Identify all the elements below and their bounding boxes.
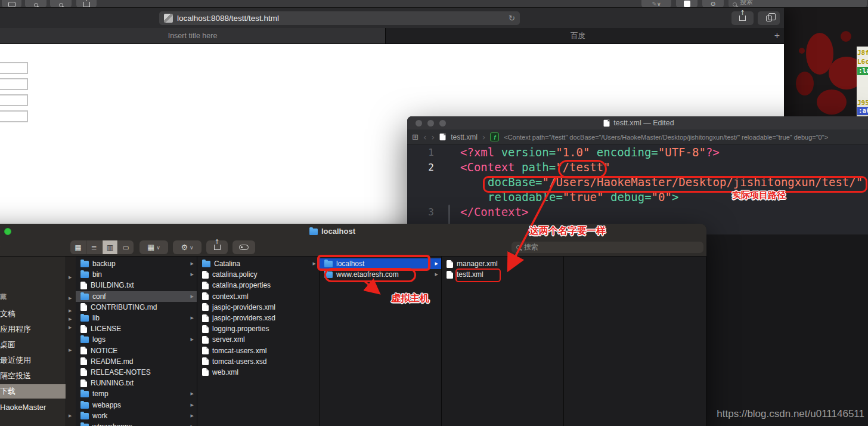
compose-button[interactable]: ✎∨ xyxy=(641,0,671,8)
sidebar-item-3[interactable]: 桌面 xyxy=(0,338,66,352)
close-button[interactable] xyxy=(416,120,422,126)
code-token: "1.0" xyxy=(556,146,590,159)
file-row-context.xml[interactable]: context.xml xyxy=(197,291,319,302)
globe-button[interactable]: ⊙ xyxy=(702,0,724,8)
disclosure-arrow-icon: ▶ xyxy=(69,296,72,301)
folder-row-backup[interactable]: backup▶ xyxy=(76,258,197,269)
file-row-catalina.properties[interactable]: catalina.properties xyxy=(197,280,319,291)
zoom-out-button[interactable] xyxy=(25,0,46,8)
file-row-RELEASE-NOTES[interactable]: RELEASE-NOTES xyxy=(76,367,197,378)
background-code-text: L6c xyxy=(857,58,868,66)
tab-overview-button[interactable] xyxy=(758,11,780,25)
item-name: README.md xyxy=(91,357,133,366)
page-text-input-2[interactable] xyxy=(0,78,28,90)
file-row-RUNNING.txt[interactable]: RUNNING.txt xyxy=(76,378,197,388)
maximize-button[interactable] xyxy=(439,120,446,126)
column-scroll-strip: ▶▶▶▶▶▶▶ xyxy=(66,257,76,426)
file-icon xyxy=(440,134,446,141)
file-row-web.xml[interactable]: web.xml xyxy=(197,367,319,378)
code-line[interactable]: 2<Context path="/testt" xyxy=(407,160,868,175)
item-name: conf xyxy=(92,292,106,301)
breadcrumb-context[interactable]: <Context path="/testt" docBase="/Users/H… xyxy=(504,134,866,141)
code-token: version xyxy=(501,146,549,159)
code-line[interactable]: 1<?xml version="1.0" encoding="UTF-8"?> xyxy=(407,145,868,160)
background-code-window: J8fL6c:laJ95:a6 xyxy=(857,47,868,116)
folder-row-Catalina[interactable]: Catalina▶ xyxy=(197,258,319,269)
breadcrumb-filename[interactable]: testt.xml xyxy=(451,133,478,141)
sidebar-item-6[interactable]: 下载 xyxy=(0,384,66,399)
folder-row-conf[interactable]: conf▶ xyxy=(76,291,197,302)
export-button[interactable] xyxy=(76,0,97,8)
address-bar[interactable]: localhost:8088/testt/test.html ↻ xyxy=(159,11,520,25)
share-icon xyxy=(739,16,746,21)
toolbar-search-input[interactable]: 搜索 xyxy=(728,0,867,8)
tab-group-button[interactable] xyxy=(676,0,698,8)
page-text-input-4[interactable] xyxy=(0,110,28,122)
share-button[interactable] xyxy=(731,11,754,25)
file-row-catalina.policy[interactable]: catalina.policy xyxy=(197,269,319,280)
page-text-input-3[interactable] xyxy=(0,94,28,106)
grid-icon[interactable]: ⊞ xyxy=(412,132,418,141)
file-row-jaspic-providers.xml[interactable]: jaspic-providers.xml xyxy=(197,302,319,313)
watermark-url: https://blog.csdn.net/u011146511 xyxy=(717,408,864,420)
file-row-tomcat-users.xsd[interactable]: tomcat-users.xsd xyxy=(197,356,319,367)
forward-icon[interactable]: › xyxy=(432,132,435,142)
share-icon xyxy=(214,245,221,250)
file-row-manager.xml[interactable]: manager.xml xyxy=(442,258,563,269)
sidebar-toggle-button[interactable] xyxy=(2,0,21,8)
file-icon xyxy=(202,357,209,365)
item-name: NOTICE xyxy=(91,347,117,355)
list-view-button[interactable]: ≡ xyxy=(86,240,103,254)
folder-row-lib[interactable]: lib▶ xyxy=(76,313,197,323)
share-button[interactable] xyxy=(206,240,228,254)
back-icon[interactable]: ‹ xyxy=(423,132,427,142)
folder-row-work[interactable]: work▶ xyxy=(76,410,197,421)
new-tab-button[interactable]: + xyxy=(770,28,784,44)
reload-icon[interactable]: ↻ xyxy=(509,14,515,23)
group-by-button[interactable]: ▦∨ xyxy=(140,240,168,254)
chevron-down-icon: ∨ xyxy=(657,1,661,7)
file-row-tomcat-users.xml[interactable]: tomcat-users.xml xyxy=(197,345,319,356)
folder-row-temp[interactable]: temp▶ xyxy=(76,388,197,399)
item-name: BUILDING.txt xyxy=(91,281,134,289)
file-icon xyxy=(202,303,209,311)
sidebar-item-1[interactable]: 文稿 xyxy=(0,307,66,321)
wallpaper-blob xyxy=(841,31,851,42)
code-line[interactable]: 3</Context> xyxy=(407,205,868,220)
item-name: RUNNING.txt xyxy=(91,379,134,387)
file-row-LICENSE[interactable]: LICENSE xyxy=(76,323,197,334)
maximize-button[interactable] xyxy=(4,228,11,235)
action-menu-button[interactable]: ⚙∨ xyxy=(173,240,202,254)
sidebar-item-4[interactable]: 最近使用 xyxy=(0,353,66,368)
item-name: logs xyxy=(92,335,106,344)
tags-button[interactable] xyxy=(232,240,255,254)
page-text-input-1[interactable] xyxy=(0,62,28,74)
sidebar-item-5[interactable]: 隔空投送 xyxy=(0,369,66,383)
icon-view-button[interactable]: ▦ xyxy=(70,240,86,254)
zoom-in-button[interactable] xyxy=(50,0,72,8)
finder-search-input[interactable]: 搜索 xyxy=(512,242,703,253)
file-icon xyxy=(447,260,453,268)
gallery-view-button[interactable]: ▭ xyxy=(118,240,134,254)
folder-row-logs[interactable]: logs▶ xyxy=(76,334,197,345)
disclosure-arrow-icon: ▶ xyxy=(191,403,194,408)
tab-insert-title-here[interactable]: Insert title here xyxy=(0,28,385,44)
folder-row-wtpwebapps[interactable]: wtpwebapps▶ xyxy=(76,421,197,426)
file-row-NOTICE[interactable]: NOTICE xyxy=(76,345,197,356)
minimize-button[interactable] xyxy=(427,120,434,126)
column-view-button[interactable]: ▥ xyxy=(103,240,119,254)
sidebar-item-7[interactable]: HaokeMaster xyxy=(0,400,66,415)
folder-row-bin[interactable]: bin▶ xyxy=(76,269,197,280)
file-row-logging.properties[interactable]: logging.properties xyxy=(197,323,319,334)
file-row-jaspic-providers.xsd[interactable]: jaspic-providers.xsd xyxy=(197,313,319,323)
file-icon xyxy=(202,325,209,333)
folder-row-webapps[interactable]: webapps▶ xyxy=(76,399,197,410)
code-token: encoding xyxy=(597,146,652,159)
file-row-CONTRIBUTING.md[interactable]: CONTRIBUTING.md xyxy=(76,302,197,313)
file-row-server.xml[interactable]: server.xml xyxy=(197,334,319,345)
disclosure-arrow-icon: ▶ xyxy=(69,308,72,313)
sidebar-item-2[interactable]: 应用程序 xyxy=(0,322,66,337)
tab-baidu[interactable]: 百度 xyxy=(386,28,770,44)
file-row-README.md[interactable]: README.md xyxy=(76,356,197,367)
file-row-BUILDING.txt[interactable]: BUILDING.txt xyxy=(76,280,197,291)
